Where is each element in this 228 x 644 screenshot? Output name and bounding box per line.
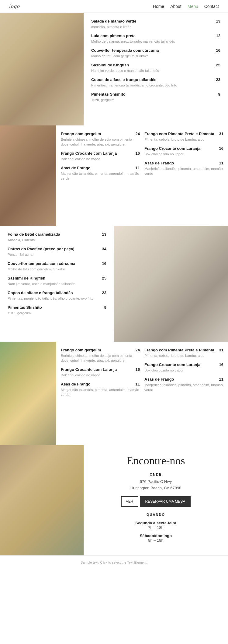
section-2-right-menu: Frango com Pimenta Preta e Pimenta 31 Pi… [144,132,223,220]
find-us-section: Encontre-nos ONDE 676 Pacific C HwyHunti… [0,445,228,555]
section-4-left-menu: Frango com gergelim 24 Berinjela chinesa… [61,348,140,439]
menu-item-price: 13 [102,232,106,237]
nav-about[interactable]: About [170,4,181,9]
section-3: Folha de betel caramelizada 13 Abacaxi, … [0,226,228,342]
menu-item-desc: Molho de galanga, arroz torrado, manjeri… [91,39,220,44]
navigation: logo Home About Menu Contact [0,0,228,13]
menu-item-price: 25 [216,63,220,67]
find-us-title: Encontre-nos [127,454,185,467]
menu-item-desc: Yuzu, gergelim [91,97,220,102]
menu-item-desc: camarão, pimenta e limão [91,24,220,29]
menu-item-desc: Manjericão tailandês, pimenta, amendoim,… [61,171,140,181]
menu-item: Couve-flor temperada com cúrcuma 16 Molh… [8,261,106,272]
menu-item-name: Salada de mamão verde [91,19,136,23]
menu-item-price: 11 [136,382,140,386]
menu-item-desc: Berinjela chinesa, molho de soja com pim… [61,353,140,363]
menu-item-name: Frango Crocante com Laranja [144,362,200,367]
menu-item-price: 11 [136,166,140,170]
menu-item: Frango com Pimenta Preta e Pimenta 31 Pi… [144,132,223,142]
menu-item-price: 16 [136,367,140,372]
menu-item: Frango com gergelim 24 Berinjela chinesa… [61,132,140,147]
menu-item-desc: Bok choi cozido no vapor [144,152,223,157]
ver-button[interactable]: VER [121,496,138,507]
menu-item-price: 24 [136,132,140,136]
find-us-buttons: VER RESERVAR UMA MESA [121,496,191,507]
section-2: Frango com gergelim 24 Berinjela chinesa… [0,125,228,226]
menu-item-price: 23 [216,77,220,82]
section-4-image [0,342,56,445]
when-days: Sábado/domingo [135,533,176,538]
menu-item: Asas de Frango 11 Manjericão tailandês, … [144,161,223,176]
menu-item-name: Asas de Frango [144,377,174,382]
nav-menu[interactable]: Menu [188,4,198,9]
menu-item-name: Pimentas Shishito [8,305,42,310]
menu-item-desc: Ponzu, Sriracha [8,252,106,257]
menu-item-price: 11 [219,161,223,165]
menu-item-name: Couve-flor temperada com cúrcuma [91,48,159,53]
menu-item: Ostras do Pacífico (preço por peça) 34 P… [8,247,106,257]
when-hours: 8h – 18h [135,538,176,543]
menu-item-desc: Nam jim verde, coco e manjericão tailand… [91,68,220,73]
section-2-left-menu: Frango com gergelim 24 Berinjela chinesa… [61,132,140,220]
menu-item-desc: Molho de tofu com gergelim, furikake [8,267,106,272]
reservar-button[interactable]: RESERVAR UMA MESA [140,496,191,507]
menu-item-price: 25 [102,276,106,280]
find-us-when: Segunda a sexta-feira 7h – 18h Sábado/do… [135,521,176,546]
menu-item: Copos de alface e frango tailandês 23 Pi… [91,77,220,88]
menu-item-desc: Bok choi cozido no vapor [144,368,223,373]
menu-item: Sashimi de Kingfish 25 Nam jim verde, co… [91,63,220,73]
menu-item-name: Couve-flor temperada com cúrcuma [8,261,75,266]
when-period: Segunda a sexta-feira 7h – 18h [135,521,176,530]
menu-item-desc: Bok choi cozido no vapor [61,373,140,378]
find-us-where-label: ONDE [150,473,162,476]
menu-item-desc: Berinjela chinesa, molho de soja com pim… [61,137,140,147]
section-3-menu: Folha de betel caramelizada 13 Abacaxi, … [0,226,114,342]
menu-item-price: 16 [136,151,140,156]
footer-text: Sample text. Click to select the Text El… [81,561,147,564]
menu-item-desc: Manjericão tailandês, pimenta, amendoim,… [144,166,223,176]
footer: Sample text. Click to select the Text El… [0,555,228,568]
menu-item: Frango Crocante com Laranja 16 Bok choi … [61,151,140,161]
section-1: Salada de mamão verde 13 camarão, piment… [0,13,228,125]
menu-item: Lula com pimenta preta 12 Molho de galan… [91,33,220,44]
menu-item: Pimentas Shishito 9 Yuzu, gergelim [8,305,106,315]
menu-item: Asas de Frango 11 Manjericão tailandês, … [144,377,223,392]
menu-item-desc: Bok choi cozido no vapor [61,157,140,161]
when-period: Sábado/domingo 8h – 18h [135,533,176,543]
menu-item-name: Asas de Frango [61,166,91,170]
menu-item-name: Sashimi de Kingfish [91,63,129,67]
menu-item-name: Frango Crocante com Laranja [144,146,200,151]
nav-contact[interactable]: Contact [204,4,219,9]
menu-item-name: Frango com Pimenta Preta e Pimenta [144,348,214,352]
menu-item-desc: Yuzu, gergelim [8,311,106,315]
menu-item: Frango Crocante com Laranja 16 Bok choi … [144,362,223,373]
menu-item: Frango com Pimenta Preta e Pimenta 31 Pi… [144,348,223,358]
menu-item-desc: Manjericão tailandês, pimenta, amendoim,… [61,387,140,397]
menu-item-name: Sashimi de Kingfish [8,276,45,280]
menu-item-desc: Pimentas, manjericão tailandês, alho cro… [8,296,106,301]
find-us-image [0,445,84,555]
menu-item-name: Asas de Frango [61,382,91,386]
menu-item-desc: Pimentas, manjericão tailandês, alho cro… [91,83,220,88]
nav-home[interactable]: Home [153,4,164,9]
menu-item: Folha de betel caramelizada 13 Abacaxi, … [8,232,106,242]
menu-item-price: 13 [216,19,220,23]
menu-item-price: 16 [219,146,223,151]
menu-item-name: Copos de alface e frango tailandês [8,290,73,295]
menu-item-price: 16 [216,48,220,53]
menu-item: Asas de Frango 11 Manjericão tailandês, … [61,166,140,181]
menu-item-price: 11 [219,377,223,382]
menu-item-price: 9 [218,92,220,97]
menu-item-price: 16 [219,362,223,367]
nav-links: Home About Menu Contact [153,4,219,9]
section-1-menu: Salada de mamão verde 13 camarão, piment… [84,13,228,125]
menu-item-name: Frango Crocante com Laranja [61,151,117,156]
section-2-menus: Frango com gergelim 24 Berinjela chinesa… [56,125,228,226]
menu-item-price: 34 [102,247,106,251]
menu-item: Frango com gergelim 24 Berinjela chinesa… [61,348,140,363]
find-us-content: Encontre-nos ONDE 676 Pacific C HwyHunti… [84,445,228,555]
section-1-image [0,13,84,125]
menu-item-name: Pimentas Shishito [91,92,126,97]
menu-item-desc: Manjericão tailandês, pimenta, amendoim,… [144,382,223,392]
menu-item-price: 31 [219,348,223,352]
